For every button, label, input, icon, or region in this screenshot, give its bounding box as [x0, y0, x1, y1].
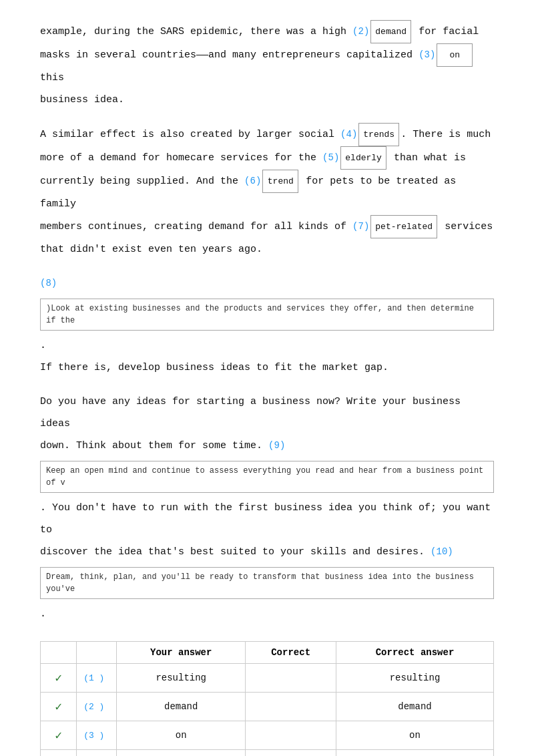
check-cell: ✓	[41, 664, 77, 693]
p2-text-a2: . There is much	[400, 129, 491, 140]
p2-text-c: than what is	[394, 152, 466, 164]
p3-period: .	[40, 340, 46, 351]
paragraph-3: (8) )Look at existing businesses and the…	[40, 272, 494, 379]
your-answer-cell: trends	[117, 750, 246, 757]
correct-answer-cell: trends	[336, 750, 494, 757]
checkmark-icon: ✓	[55, 672, 62, 685]
blank4-box: trends	[358, 123, 399, 146]
p4-text-c: . You	[40, 502, 70, 514]
table-row: ✓(4 )trendstrends	[41, 750, 494, 757]
p2-text-a: A similar effect is also created by larg…	[40, 129, 334, 140]
p1-text-e: this	[40, 72, 64, 83]
blank3-num: (3)	[419, 49, 435, 60]
correct-answer-cell: on	[336, 721, 494, 750]
p1-text-b: for facial	[419, 26, 479, 37]
col-your-answer-header: Your answer	[117, 642, 246, 664]
p3-text-a: If there is, develop business ideas to f…	[40, 362, 388, 373]
your-answer-cell: demand	[117, 693, 246, 721]
blank8-textbox: )Look at existing businesses and the pro…	[40, 299, 494, 331]
your-answer-cell: resulting	[117, 664, 246, 693]
passage-container: example, during the SARS epidemic, there…	[40, 20, 494, 625]
blank8-num: (8)	[40, 278, 57, 289]
check-cell: ✓	[41, 750, 77, 757]
spacer-cell	[246, 750, 336, 757]
blank3-box: on	[437, 43, 473, 67]
checkmark-icon: ✓	[55, 729, 62, 743]
spacer-cell	[246, 721, 336, 750]
blank2-box: demand	[370, 20, 411, 43]
p4-text-e: discover the idea that's best suited to …	[40, 546, 425, 558]
num-cell: (1 )	[77, 664, 117, 693]
p4-text-d: don't have to run with the first busines…	[40, 502, 491, 536]
col-check-header	[41, 642, 77, 664]
correct-answer-cell: resulting	[336, 664, 494, 693]
blank6-num: (6)	[244, 176, 261, 186]
col-correct-label: Correct	[246, 642, 336, 664]
num-cell: (2 )	[77, 693, 117, 721]
check-cell: ✓	[41, 721, 77, 750]
p1-text-f: business idea.	[40, 94, 124, 106]
paragraph-4: Do you have any ideas for starting a bus…	[40, 391, 494, 625]
blank5-num: (5)	[322, 152, 339, 163]
col-correct-answer-header: Correct answer	[336, 642, 494, 664]
blank2-num: (2)	[352, 26, 369, 37]
row-num: (2 )	[83, 702, 104, 712]
answer-table: Your answer Correct Correct answer ✓(1 )…	[40, 641, 494, 756]
blank4-num: (4)	[340, 129, 357, 140]
num-cell: (4 )	[77, 750, 117, 757]
table-header-row: Your answer Correct Correct answer	[41, 642, 494, 664]
blank7-num: (7)	[352, 221, 369, 232]
spacer-cell	[246, 693, 336, 721]
p1-text-a: example, during the SARS epidemic, there…	[40, 26, 346, 37]
blank5-box: elderly	[340, 146, 386, 170]
blank9-textbox: Keep an open mind and continue to assess…	[40, 461, 494, 493]
blank9-num: (9)	[268, 440, 285, 451]
p2-text-h: that didn't exist even ten years ago.	[40, 244, 262, 255]
p4-text-b: down. Think about them for some time.	[40, 440, 262, 451]
p4-period: .	[40, 608, 46, 620]
p2-text-f: members continues, creating demand for a…	[40, 221, 346, 232]
row-num: (1 )	[83, 673, 104, 683]
correct-answer-cell: demand	[336, 693, 494, 721]
p2-text-b: more of a demand for homecare services f…	[40, 152, 316, 164]
col-num-header	[77, 642, 117, 664]
table-row: ✓(3 )onon	[41, 721, 494, 750]
row-num: (3 )	[83, 731, 104, 741]
table-row: ✓(2 )demanddemand	[41, 693, 494, 721]
paragraph-2: A similar effect is also created by larg…	[40, 123, 494, 260]
blank10-textbox: Dream, think, plan, and you'll be ready …	[40, 567, 494, 599]
p1-text-d: and many entrepreneurs capitalized	[208, 49, 413, 61]
blank7-box: pet-related	[370, 215, 437, 238]
blank6-box: trend	[262, 170, 298, 193]
your-answer-cell: on	[117, 721, 246, 750]
p1-text-c: masks in several countries	[40, 49, 196, 61]
p2-text-g: services	[445, 221, 493, 232]
checkmark-icon: ✓	[55, 701, 62, 714]
p2-text-d: currently being supplied. And the	[40, 176, 238, 187]
num-cell: (3 )	[77, 721, 117, 750]
p4-text-a: Do you have any ideas for starting a bus…	[40, 396, 461, 429]
blank10-num: (10)	[431, 546, 453, 557]
paragraph-1: example, during the SARS epidemic, there…	[40, 20, 494, 111]
check-cell: ✓	[41, 693, 77, 721]
spacer-cell	[246, 664, 336, 693]
table-row: ✓(1 )resultingresulting	[41, 664, 494, 693]
